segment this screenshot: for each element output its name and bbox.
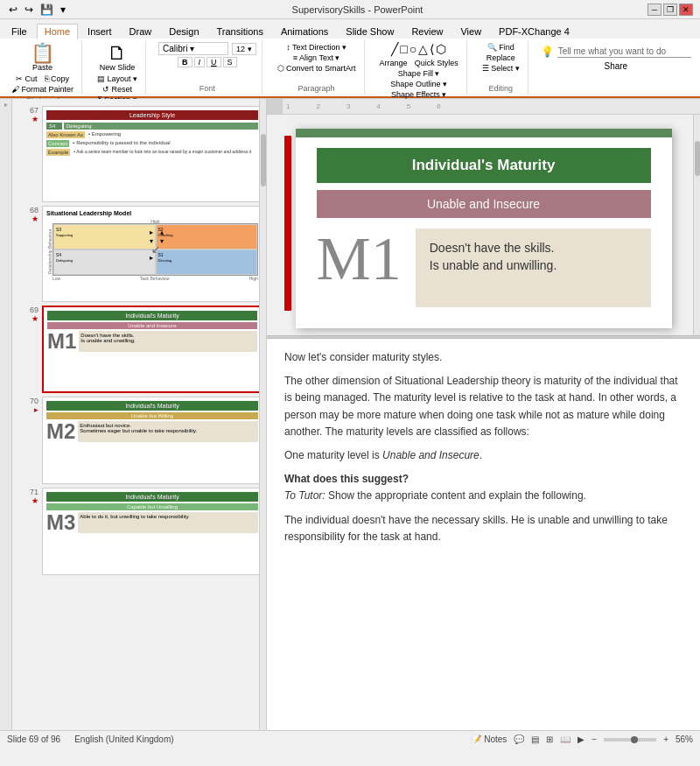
cut-button[interactable]: ✂ Cut bbox=[13, 74, 40, 84]
select-button[interactable]: ☰ Select ▾ bbox=[480, 63, 522, 74]
tab-transitions[interactable]: Transitions bbox=[209, 24, 271, 39]
italic-button[interactable]: I bbox=[194, 57, 206, 67]
convert-smartart-button[interactable]: ⬡ Convert to SmartArt bbox=[275, 63, 359, 74]
close-button[interactable]: ✕ bbox=[679, 4, 693, 16]
slide-71-star: ★ bbox=[32, 496, 38, 505]
scrollbar-thumb[interactable] bbox=[261, 134, 266, 186]
title-bar: ↩ ↪ 💾 ▾ SupervisorySkills - PowerPoint ─… bbox=[0, 0, 700, 19]
s67-s4-label: S4 bbox=[46, 123, 62, 130]
main-slide[interactable]: Individual's Maturity Unable and Insecur… bbox=[296, 129, 672, 328]
tell-me-input[interactable]: Tell me what you want to do bbox=[557, 46, 691, 58]
bold-button[interactable]: B bbox=[178, 57, 192, 67]
slide-67-thumb[interactable]: Leadership Style S4 Delegating Also Know… bbox=[42, 106, 262, 202]
slide-list: 67 ★ Leadership Style S4 Delegating Also… bbox=[19, 102, 262, 575]
s70-desc: Enthusiast but novice.Sometimes eager bu… bbox=[78, 421, 258, 442]
tab-design[interactable]: Design bbox=[161, 24, 206, 39]
view-normal-icon[interactable]: ▤ bbox=[531, 734, 539, 744]
new-slide-icon: 🗋 bbox=[108, 44, 127, 63]
slide-70-thumb[interactable]: Individual's Maturity Unable but Willing… bbox=[42, 397, 262, 484]
view-reading-icon[interactable]: 📖 bbox=[560, 734, 570, 744]
slide-68-star: ★ bbox=[32, 214, 38, 223]
tab-view[interactable]: View bbox=[452, 24, 489, 39]
find-button[interactable]: 🔍 Find bbox=[485, 42, 517, 53]
zoom-in-button[interactable]: + bbox=[663, 734, 668, 744]
s68-x-axis: LowTask BehaviourHigh bbox=[52, 276, 258, 281]
tab-pdfxchange[interactable]: PDF-XChange 4 bbox=[491, 24, 578, 39]
reset-button[interactable]: ↺ Reset bbox=[100, 84, 135, 95]
minimize-button[interactable]: ─ bbox=[648, 4, 662, 16]
tab-draw[interactable]: Draw bbox=[122, 24, 160, 39]
editing-label: Editing bbox=[488, 82, 513, 93]
ribbon-body: 📋 Paste ✂ Cut ⎘ Copy 🖌 Format Painter Cl… bbox=[0, 39, 700, 98]
shape-fill-button[interactable]: Shape Fill ▾ bbox=[396, 68, 443, 79]
ribbon-group-help: 💡 Tell me what you want to do Share bbox=[536, 40, 696, 95]
s67-concept-text: • Responsibility is passed to the indivi… bbox=[73, 140, 170, 145]
zoom-handle[interactable] bbox=[631, 736, 638, 743]
paste-button[interactable]: 📋 Paste bbox=[27, 42, 58, 74]
tab-review[interactable]: Review bbox=[403, 24, 451, 39]
strikethrough-button[interactable]: S bbox=[223, 57, 237, 67]
tab-animations[interactable]: Animations bbox=[273, 24, 336, 39]
tab-insert[interactable]: Insert bbox=[80, 24, 120, 39]
underline-button[interactable]: U bbox=[206, 57, 221, 67]
quick-access-more[interactable]: ▾ bbox=[59, 3, 67, 17]
s71-subtitle: Capable but Unwilling bbox=[46, 503, 258, 510]
ribbon-group-drawing: ╱□○ △⟨⬡ Arrange Quick Styles Shape Fill … bbox=[372, 40, 467, 95]
s70-m2-label: M2 bbox=[46, 421, 75, 442]
notes-para3: What does this suggest?To Tutor: Show th… bbox=[284, 471, 682, 504]
redo-button[interactable]: ↪ bbox=[23, 3, 35, 17]
slide-thumb-69: 69 ★ Individual's Maturity Unable and In… bbox=[19, 306, 262, 393]
undo-button[interactable]: ↩ bbox=[7, 3, 19, 17]
slide-content-area: M1 Doesn't have the skills. Is unable an… bbox=[296, 218, 672, 328]
s70-title: Individual's Maturity bbox=[46, 401, 258, 411]
zoom-slider[interactable] bbox=[604, 738, 656, 741]
shape-outline-button[interactable]: Shape Outline ▾ bbox=[388, 79, 450, 89]
align-text-button[interactable]: ≡ Align Text ▾ bbox=[290, 53, 343, 63]
view-slide-sorter-icon[interactable]: ⊞ bbox=[546, 734, 553, 744]
notes-view-icon[interactable]: 📝 Notes bbox=[471, 734, 507, 744]
s67-delegating: Delegating bbox=[64, 123, 258, 130]
slide-title-box: Individual's Maturity bbox=[317, 148, 651, 183]
replace-button[interactable]: Replace bbox=[484, 53, 518, 63]
tab-file[interactable]: File bbox=[4, 24, 35, 39]
s67-example-label: Example bbox=[46, 149, 70, 156]
arrange-button[interactable]: Arrange bbox=[377, 58, 410, 68]
quick-styles-button[interactable]: Quick Styles bbox=[412, 58, 461, 68]
copy-button[interactable]: ⎘ Copy bbox=[42, 74, 73, 84]
notes-para1: The other dimension of Situational Leade… bbox=[284, 373, 682, 440]
font-selector[interactable]: Calibri ▾ bbox=[158, 42, 228, 55]
slide-71-thumb[interactable]: Individual's Maturity Capable but Unwill… bbox=[42, 488, 262, 575]
slide-area-scrollbar-thumb[interactable] bbox=[695, 141, 700, 176]
quick-access-toolbar[interactable]: ↩ ↪ 💾 ▾ bbox=[7, 3, 67, 17]
s71-m3-label: M3 bbox=[46, 512, 75, 533]
comments-icon[interactable]: 💬 bbox=[514, 734, 524, 744]
font-label: Font bbox=[200, 82, 215, 93]
layout-button[interactable]: ▤ Layout ▾ bbox=[94, 74, 140, 84]
slide-area-scrollbar[interactable] bbox=[693, 115, 700, 335]
restore-button[interactable]: ❐ bbox=[663, 4, 677, 16]
tab-home[interactable]: Home bbox=[37, 24, 78, 39]
slide-desc-line1: Doesn't have the skills. bbox=[430, 241, 637, 255]
tab-slideshow[interactable]: Slide Show bbox=[338, 24, 402, 39]
share-button[interactable]: Share bbox=[604, 61, 627, 71]
panel-scrollbar[interactable] bbox=[259, 99, 266, 730]
format-painter-button[interactable]: 🖌 Format Painter bbox=[9, 84, 76, 95]
new-slide-button[interactable]: 🗋 New Slide bbox=[96, 42, 139, 74]
font-size-selector[interactable]: 12 ▾ bbox=[232, 43, 256, 55]
s67-known-label: Also Known As bbox=[46, 131, 85, 138]
window-controls[interactable]: ─ ❐ ✕ bbox=[648, 4, 693, 16]
text-direction-button[interactable]: ↕ Text Direction ▾ bbox=[284, 42, 349, 53]
status-bar: Slide 69 of 96 English (United Kingdom) … bbox=[0, 730, 700, 748]
zoom-out-button[interactable]: − bbox=[592, 734, 597, 744]
slide-68-thumb[interactable]: Situational Leadership Model Relationshi… bbox=[42, 206, 262, 302]
language: English (United Kingdom) bbox=[74, 734, 173, 744]
save-button[interactable]: 💾 bbox=[38, 3, 55, 17]
s70-subtitle: Unable but Willing bbox=[46, 412, 258, 419]
slide-69-thumb[interactable]: Individual's Maturity Unable and Insecur… bbox=[42, 306, 262, 393]
notes-intro: Now let's consider maturity styles. bbox=[284, 349, 682, 366]
slide-thumb-68: 68 ★ Situational Leadership Model Relati… bbox=[19, 206, 262, 302]
s68-title: Situational Leadership Model bbox=[46, 210, 258, 216]
clipboard-row: ✂ Cut ⎘ Copy bbox=[13, 74, 72, 84]
slide-display-area: Individual's Maturity Unable and Insecur… bbox=[267, 115, 700, 335]
slideshow-icon[interactable]: ▶ bbox=[578, 734, 584, 744]
